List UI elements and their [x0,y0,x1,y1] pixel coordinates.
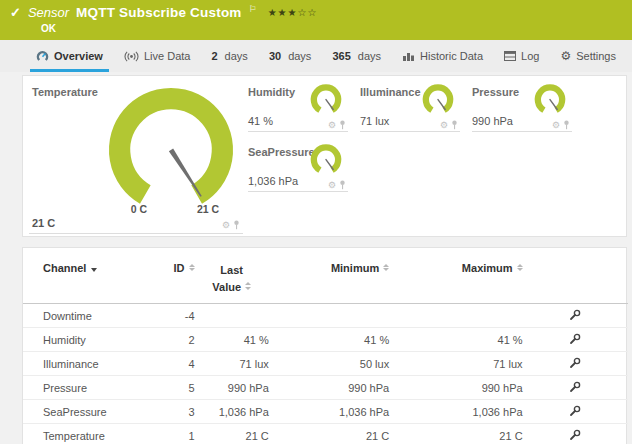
sort-icon [245,282,251,290]
channel-name[interactable]: Illuminance [23,352,153,376]
mini-gauges-grid: Humidity 41 % ⚙ Illuminance 71 lux [248,82,628,202]
gauge-settings-gear-icon[interactable]: ⚙ [222,221,230,230]
channel-settings-wrench-icon[interactable] [569,309,581,323]
channel-settings-wrench-icon[interactable] [569,405,581,419]
gauge-settings-gear-icon[interactable]: ⚙ [328,181,336,190]
pin-icon[interactable] [339,180,346,190]
mini-gauge [532,84,568,117]
gauge-settings-gear-icon[interactable]: ⚙ [328,121,336,130]
channel-settings-wrench-icon[interactable] [569,357,581,371]
channel-maximum: 1,036 hPa [389,400,522,424]
sort-icon [189,264,195,272]
table-row[interactable]: Pressure 5 990 hPa 990 hPa 990 hPa [23,376,628,400]
tab-label: days [225,50,248,62]
channel-settings-wrench-icon[interactable] [569,381,581,395]
tab-label: Settings [576,50,616,62]
column-header-maximum[interactable]: Maximum [389,248,522,304]
channel-settings-wrench-icon[interactable] [569,429,581,443]
table-row[interactable]: SeaPressure 3 1,036 hPa 1,036 hPa 1,036 … [23,400,628,424]
temperature-gauge-block[interactable]: Temperature 0 C 21 C 21 C ⚙ [23,76,248,238]
mini-gauge [420,84,456,117]
column-header-channel[interactable]: Channel [23,248,153,304]
gear-icon: ⚙ [560,49,571,63]
pin-icon[interactable] [339,120,346,130]
table-header-row: Channel ID Last Value Minimum Maximum [23,248,628,304]
gauge-settings-gear-icon[interactable]: ⚙ [552,121,560,130]
gauge-needle [326,100,333,110]
pin-icon[interactable] [233,220,240,230]
gauge-scale-min: 0 C [119,203,159,215]
tab-2-days[interactable]: 2 days [205,40,253,72]
divider [472,131,572,132]
channel-maximum: 41 % [389,328,522,352]
table-row[interactable]: Humidity 2 41 % 41 % 41 % [23,328,628,352]
column-label: Maximum [462,262,513,274]
gauge-icon [36,50,49,62]
divider [29,233,243,234]
table-row[interactable]: Downtime -4 [23,304,628,328]
gauges-panel: Temperature 0 C 21 C 21 C ⚙ Humidity 41 … [22,75,627,237]
channel-last-value: 71 lux [195,352,269,376]
channel-minimum: 21 C [269,424,389,444]
pin-icon[interactable] [451,120,458,130]
gauge-needle [438,100,445,110]
sensor-title: MQTT Subscribe Custom [76,5,241,20]
column-header-last-value[interactable]: Last Value [195,248,269,304]
channel-maximum: 990 hPa [389,376,522,400]
column-label: Channel [43,262,86,274]
column-header-id[interactable]: ID [153,248,194,304]
channel-name[interactable]: Downtime [23,304,153,328]
channel-minimum: 1,036 hPa [269,400,389,424]
tab-label: days [358,50,381,62]
gauge-current-value: 990 hPa [472,115,513,127]
channel-maximum [389,304,522,328]
gauge-needle [326,160,333,170]
mini-gauge-block-illuminance[interactable]: Illuminance 71 lux ⚙ [360,82,460,132]
channel-minimum: 41 % [269,328,389,352]
column-header-actions [523,248,628,304]
channel-id: 5 [153,376,194,400]
gauge-settings-gear-icon[interactable]: ⚙ [440,121,448,130]
channel-last-value [195,304,269,328]
tab-label: Historic Data [420,50,483,62]
channel-maximum: 71 lux [389,352,522,376]
channel-name[interactable]: SeaPressure [23,400,153,424]
channel-name[interactable]: Pressure [23,376,153,400]
channel-id: -4 [153,304,194,328]
channel-id: 4 [153,352,194,376]
flag-icon[interactable]: ⚐ [249,4,257,14]
mini-gauge-block-seapressure[interactable]: SeaPressure 1,036 hPa ⚙ [248,142,348,192]
gauge-needle [550,100,557,110]
tab-label: Live Data [144,50,190,62]
sensor-status-header: ✓ Sensor MQTT Subscribe Custom ⚐ ★★★☆☆ O… [0,0,632,40]
tab-overview[interactable]: Overview [30,40,109,72]
table-row[interactable]: Illuminance 4 71 lux 50 lux 71 lux [23,352,628,376]
tab-historic-data[interactable]: Historic Data [396,40,489,72]
tab-live-data[interactable]: Live Data [118,40,196,72]
priority-stars[interactable]: ★★★☆☆ [268,7,318,18]
tab-log[interactable]: Log [498,40,545,72]
channel-name[interactable]: Humidity [23,328,153,352]
channel-last-value: 990 hPa [195,376,269,400]
pin-icon[interactable] [563,120,570,130]
tab-bar: Overview Live Data 2 days 30 days 365 da… [0,40,632,72]
channel-settings-wrench-icon[interactable] [569,333,581,347]
sort-icon [517,264,523,272]
tab-settings[interactable]: ⚙ Settings [554,40,622,72]
mini-gauge-block-humidity[interactable]: Humidity 41 % ⚙ [248,82,348,132]
object-kind-label: Sensor [28,5,69,20]
mini-gauge-block-pressure[interactable]: Pressure 990 hPa ⚙ [472,82,572,132]
column-label: ID [174,262,185,274]
status-badge: OK [41,23,622,34]
gauge-current-value: 71 lux [360,115,389,127]
column-header-minimum[interactable]: Minimum [269,248,389,304]
mini-gauge [308,84,344,117]
tab-30-days[interactable]: 30 days [263,40,318,72]
gauge-title: SeaPressure [248,146,315,158]
channel-name[interactable]: Temperature [23,424,153,444]
tab-365-days[interactable]: 365 days [326,40,387,72]
divider [360,131,460,132]
divider [248,131,348,132]
table-row[interactable]: Temperature 1 21 C 21 C 21 C [23,424,628,444]
channel-last-value: 1,036 hPa [195,400,269,424]
